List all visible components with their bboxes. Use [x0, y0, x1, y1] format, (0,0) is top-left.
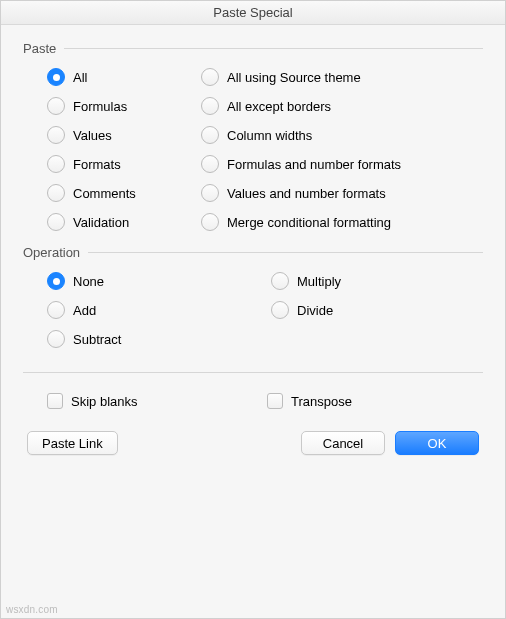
op-multiply-label: Multiply [297, 274, 341, 289]
paste-merge-cond-fmt-radio[interactable]: Merge conditional formatting [201, 213, 483, 231]
paste-group-header: Paste [23, 41, 483, 56]
paste-formulas-num-fmts-label: Formulas and number formats [227, 157, 401, 172]
divider [88, 252, 483, 253]
operation-group-header: Operation [23, 245, 483, 260]
radio-icon [47, 184, 65, 202]
transpose-label: Transpose [291, 394, 352, 409]
watermark: wsxdn.com [6, 604, 58, 615]
checkbox-icon [47, 393, 63, 409]
radio-icon [201, 184, 219, 202]
radio-icon [201, 126, 219, 144]
paste-formats-label: Formats [73, 157, 121, 172]
paste-values-num-fmts-label: Values and number formats [227, 186, 386, 201]
paste-link-button[interactable]: Paste Link [27, 431, 118, 455]
paste-values-num-fmts-radio[interactable]: Values and number formats [201, 184, 483, 202]
checkbox-row: Skip blanks Transpose [23, 393, 483, 409]
paste-column-widths-label: Column widths [227, 128, 312, 143]
paste-formats-radio[interactable]: Formats [47, 155, 197, 173]
paste-all-source-theme-radio[interactable]: All using Source theme [201, 68, 483, 86]
op-divide-radio[interactable]: Divide [271, 301, 483, 319]
paste-column-widths-radio[interactable]: Column widths [201, 126, 483, 144]
paste-all-except-borders-label: All except borders [227, 99, 331, 114]
op-none-radio[interactable]: None [47, 272, 267, 290]
op-multiply-radio[interactable]: Multiply [271, 272, 483, 290]
radio-icon [47, 213, 65, 231]
divider [23, 372, 483, 373]
paste-merge-cond-fmt-label: Merge conditional formatting [227, 215, 391, 230]
operation-options: None Multiply Add Divide Subtract [23, 272, 483, 348]
radio-icon [47, 301, 65, 319]
paste-values-radio[interactable]: Values [47, 126, 197, 144]
skip-blanks-label: Skip blanks [71, 394, 137, 409]
paste-formulas-num-fmts-radio[interactable]: Formulas and number formats [201, 155, 483, 173]
paste-validation-radio[interactable]: Validation [47, 213, 197, 231]
checkbox-icon [267, 393, 283, 409]
op-none-label: None [73, 274, 104, 289]
radio-icon [201, 68, 219, 86]
radio-icon [47, 330, 65, 348]
radio-icon [47, 272, 65, 290]
radio-icon [201, 213, 219, 231]
ok-button-label: OK [428, 436, 447, 451]
paste-formulas-radio[interactable]: Formulas [47, 97, 197, 115]
transpose-checkbox[interactable]: Transpose [267, 393, 483, 409]
operation-group: Operation None Multiply Add Di [23, 245, 483, 348]
paste-comments-radio[interactable]: Comments [47, 184, 197, 202]
window-title: Paste Special [213, 5, 293, 20]
radio-icon [201, 155, 219, 173]
op-add-radio[interactable]: Add [47, 301, 267, 319]
radio-icon [271, 301, 289, 319]
cancel-button[interactable]: Cancel [301, 431, 385, 455]
radio-icon [47, 155, 65, 173]
paste-validation-label: Validation [73, 215, 129, 230]
cancel-button-label: Cancel [323, 436, 363, 451]
paste-group-label: Paste [23, 41, 56, 56]
skip-blanks-checkbox[interactable]: Skip blanks [47, 393, 267, 409]
paste-special-dialog: Paste Special Paste All All using Source… [0, 0, 506, 619]
paste-formulas-label: Formulas [73, 99, 127, 114]
paste-group: Paste All All using Source theme Formula… [23, 41, 483, 231]
dialog-content: Paste All All using Source theme Formula… [1, 25, 505, 618]
op-add-label: Add [73, 303, 96, 318]
op-subtract-label: Subtract [73, 332, 121, 347]
paste-link-button-label: Paste Link [42, 436, 103, 451]
titlebar: Paste Special [1, 1, 505, 25]
paste-values-label: Values [73, 128, 112, 143]
op-divide-label: Divide [297, 303, 333, 318]
radio-icon [47, 126, 65, 144]
ok-button[interactable]: OK [395, 431, 479, 455]
paste-comments-label: Comments [73, 186, 136, 201]
button-row: Paste Link Cancel OK [23, 431, 483, 461]
paste-all-except-borders-radio[interactable]: All except borders [201, 97, 483, 115]
paste-all-source-theme-label: All using Source theme [227, 70, 361, 85]
operation-group-label: Operation [23, 245, 80, 260]
paste-options: All All using Source theme Formulas All … [23, 68, 483, 231]
radio-icon [47, 97, 65, 115]
op-subtract-radio[interactable]: Subtract [47, 330, 267, 348]
radio-icon [271, 272, 289, 290]
radio-icon [201, 97, 219, 115]
radio-icon [47, 68, 65, 86]
paste-all-radio[interactable]: All [47, 68, 197, 86]
divider [64, 48, 483, 49]
paste-all-label: All [73, 70, 87, 85]
